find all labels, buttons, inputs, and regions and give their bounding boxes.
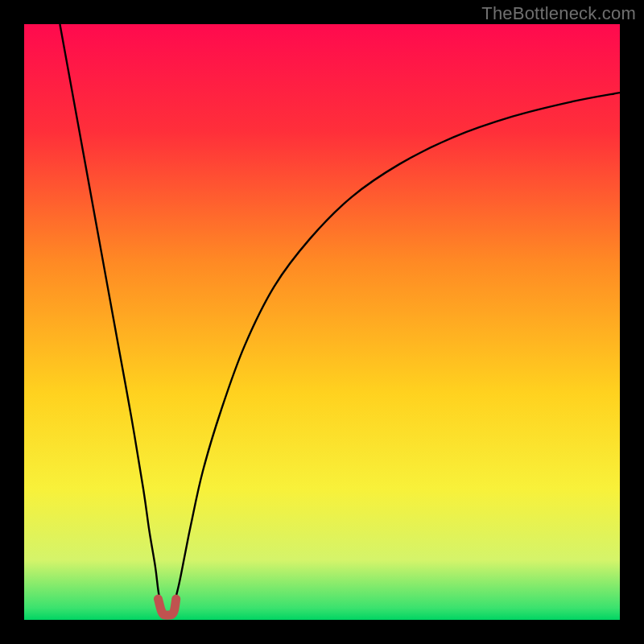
- chart-frame: TheBottleneck.com: [0, 0, 644, 644]
- watermark-text: TheBottleneck.com: [481, 3, 636, 24]
- bottleneck-chart: [24, 24, 620, 620]
- plot-area: [24, 24, 620, 620]
